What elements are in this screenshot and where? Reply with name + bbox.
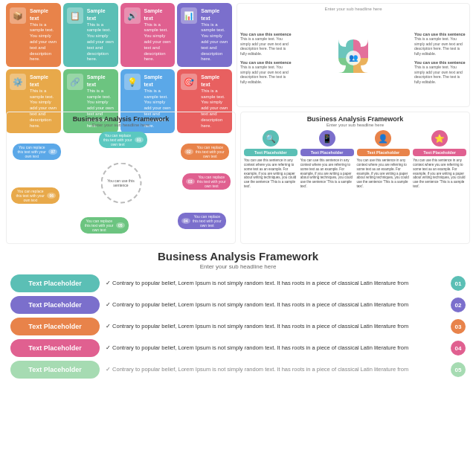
card-4: 📊 Sample textThis is a sample text. You … xyxy=(177,3,232,67)
list-content-1: ✓ Contrary to popular belief, Lorem Ipsu… xyxy=(106,279,445,287)
col-body-1: You can use this sentence in any context… xyxy=(244,158,298,189)
card-icon-8: 🎯 xyxy=(181,74,197,90)
card-icon-6: 🔗 xyxy=(67,74,83,90)
puzzle-right-desc-1: This is a sample text. You simply add yo… xyxy=(414,36,466,56)
list-content-2: ✓ Contrary to popular belief, Lorem Ipsu… xyxy=(106,300,445,309)
puzzle-right-col: You can use this sentence This is a samp… xyxy=(414,32,466,84)
col-icon-2: 📱 xyxy=(300,130,354,147)
list-content-3: ✓ Contrary to popular belief, Lorem Ipsu… xyxy=(106,322,445,330)
puzzle-left-desc-2: This is a sample text. You simply add yo… xyxy=(240,65,292,84)
list-row-5: Text Placeholder ✓ Contrary to popular b… xyxy=(10,361,466,379)
circ-item-6: You can replace this text with your own … xyxy=(11,187,60,204)
puzzle-left-col: You can use this sentence This is a samp… xyxy=(240,32,292,84)
list-label-3: Text Placeholder xyxy=(10,318,100,335)
list-row-3: Text Placeholder ✓ Contrary to popular b… xyxy=(10,318,466,335)
circular-title: Business Analysis Framework xyxy=(10,115,232,123)
col-header-1: Text Placeholder xyxy=(244,149,298,156)
circular-diagram: You can use this sentence You can replac… xyxy=(10,129,232,237)
puzzle-subtitle: Enter your sub headline here xyxy=(240,7,466,11)
circ-item-3: 03 You can replace this text with your o… xyxy=(182,173,231,190)
circ-item-1: You can replace this text with your own … xyxy=(99,132,147,148)
card-3: 🔊 Sample textThis is a sample text. You … xyxy=(120,3,176,67)
card-icon-3: 🔊 xyxy=(124,7,141,24)
puzzle-right-item-2: You can use this sentence This is a samp… xyxy=(414,60,466,84)
list-label-4: Text Placeholder xyxy=(10,339,100,357)
list-num-5: 05 xyxy=(451,362,466,377)
circular-subtitle: Enter your sub headline here xyxy=(10,123,232,127)
column-title: Business Analysis Framework xyxy=(244,115,466,123)
col-icon-1: 🔍 xyxy=(244,130,298,147)
card-icon-5: ⚙️ xyxy=(10,74,26,90)
col-body-4: You can use this sentence in any context… xyxy=(413,158,466,189)
list-num-2: 02 xyxy=(451,298,466,312)
circular-framework: Business Analysis Framework Enter your s… xyxy=(6,112,236,244)
puzzle-left-item-2: You can use this sentence This is a samp… xyxy=(240,60,292,84)
bottom-title: Business Analysis Framework xyxy=(10,250,466,263)
col-icon-4: ⭐ xyxy=(413,130,466,147)
puzzle-panel: Enter your sub headline here You can use… xyxy=(237,3,470,107)
circ-item-2: 02 You can replace this text with your o… xyxy=(181,144,229,160)
col-header-3: Text Placeholder xyxy=(357,149,411,156)
card-icon-4: 📊 xyxy=(181,7,197,24)
list-row-4: Text Placeholder ✓ Contrary to popular b… xyxy=(10,339,466,357)
bottom-section: Business Analysis Framework Enter your s… xyxy=(0,245,476,382)
list-content-5: ✓ Contrary to popular belief, Lorem Ipsu… xyxy=(106,365,445,373)
card-icon-2: 📋 xyxy=(67,7,83,24)
list-label-5: Text Placeholder xyxy=(10,361,100,379)
card-icon-1: 📦 xyxy=(10,7,26,24)
card-text-3: Sample textThis is a sample text. You si… xyxy=(144,7,172,62)
col-icon-3: 👤 xyxy=(357,130,411,147)
card-1: 📦 Sample textThis is a sample text. You … xyxy=(6,3,61,67)
col-body-3: You can use this sentence in any context… xyxy=(357,158,411,189)
column-framework: Business Analysis Framework Enter your s… xyxy=(240,112,470,244)
puzzle-svg: 👥 xyxy=(320,25,387,91)
col-header-2: Text Placeholder xyxy=(300,149,354,156)
col-body-2: You can use this sentence in any context… xyxy=(300,158,354,189)
card-text-1: Sample textThis is a sample text. You si… xyxy=(30,7,57,62)
list-label-2: Text Placeholder xyxy=(10,296,100,314)
card-icon-7: 💡 xyxy=(124,74,141,90)
puzzle-left-desc-1: This is a sample text. You simply add yo… xyxy=(240,36,292,56)
puzzle-right-item-1: You can use this sentence This is a samp… xyxy=(414,32,466,56)
column-icons-row: 🔍 📱 👤 ⭐ xyxy=(244,130,466,147)
puzzle-center: 👥 xyxy=(294,25,413,91)
column-subtitle: Enter your sub headline here xyxy=(244,123,466,127)
column-headers-row: Text Placeholder Text Placeholder Text P… xyxy=(244,149,466,156)
svg-text:👥: 👥 xyxy=(349,53,358,62)
circ-item-7: You can replace this text with your own … xyxy=(13,144,61,160)
list-num-4: 04 xyxy=(451,341,466,356)
circ-item-5: You can replace this text with your own … xyxy=(80,217,129,234)
bottom-subtitle: Enter your sub headline here xyxy=(10,263,466,270)
list-row-2: Text Placeholder ✓ Contrary to popular b… xyxy=(10,296,466,314)
column-body-row: You can use this sentence in any context… xyxy=(244,158,466,189)
col-header-4: Text Placeholder xyxy=(413,149,466,156)
circ-item-4: 04 You can replace this text with your o… xyxy=(178,213,226,229)
list-content-4: ✓ Contrary to popular belief, Lorem Ipsu… xyxy=(106,344,445,352)
card-text-2: Sample textThis is a sample text. You si… xyxy=(87,7,115,62)
card-text-4: Sample textThis is a sample text. You si… xyxy=(201,7,228,62)
circle-center: You can use this sentence xyxy=(100,162,141,203)
puzzle-right-desc-2: This is a sample text. You simply add yo… xyxy=(414,65,466,84)
list-num-1: 01 xyxy=(451,276,466,291)
card-2: 📋 Sample textThis is a sample text. You … xyxy=(63,3,118,67)
list-label-1: Text Placeholder xyxy=(10,274,100,292)
puzzle-left-item-1: You can use this sentence This is a samp… xyxy=(240,32,292,56)
list-row-1: Text Placeholder ✓ Contrary to popular b… xyxy=(10,274,466,292)
list-num-3: 03 xyxy=(451,319,466,334)
